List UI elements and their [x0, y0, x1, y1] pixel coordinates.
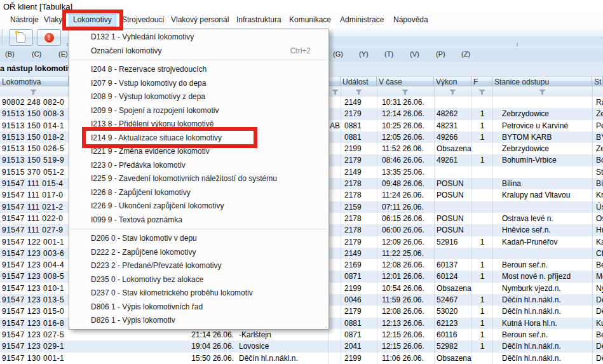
filter-funnel-icon[interactable] [332, 90, 339, 95]
menu-item-i214-9-aktualizace-sit[interactable]: I214 9 - Aktualizace situace lokomotivy [69, 131, 329, 145]
table-row[interactable]: 91547 123 029-119:04 26.06.Lovosice20411… [0, 340, 603, 352]
cell-stanice: Petrovice u Karviné [492, 120, 592, 131]
cell-badge [328, 97, 341, 108]
column-header-v-ase[interactable]: V čase [377, 76, 434, 86]
cell-event: 2178 [341, 189, 377, 201]
menu-item-i099-9-textov-pozn-mk[interactable]: I099 9 - Textová poznámka [69, 213, 329, 227]
cell-vykon: 60137 [434, 259, 471, 271]
cell-right: Ús [592, 201, 603, 213]
column-header-ud-lost[interactable]: Událost [341, 76, 377, 86]
cell-event: 0871 [341, 329, 377, 340]
cell-time: 08:46 26.06. [377, 154, 434, 166]
menu-item-d235-0-lokomotivy-bez[interactable]: D235 0 - Lokomotivy bez alokace [69, 273, 329, 287]
menu-item-d237-0-stav-kilometric[interactable]: D237 0 - Stav kilometrického proběhu lok… [69, 286, 329, 300]
filter-funnel-icon[interactable] [478, 90, 485, 95]
menu-item-i207-9-vstup-lokomotiv[interactable]: I207 9 - Vstup lokomotivy do depa [69, 77, 329, 91]
menubar-item-infrastruktura[interactable]: Infrastruktura [233, 14, 285, 25]
menu-item-i225-9-zaveden-lokomo[interactable]: I225 9 - Zavedení lokomotivních náležito… [69, 172, 329, 186]
menu-item-i213-8-p-id-len-v-kon[interactable]: I213 8 - Přidělení výkonu lokomotivě [69, 118, 329, 131]
table-row[interactable]: 91547 130 001-115:50 26.06.Děčín hl.n.ná… [0, 353, 603, 364]
warning-button[interactable]: ! [37, 29, 61, 46]
menubar-item-komunikace[interactable]: Komunikace [285, 14, 335, 25]
cell-time: 13:35 25.06. [377, 166, 434, 178]
filter-cell-divider [434, 87, 435, 97]
cell-loco: 91513 150 018-2 [0, 131, 69, 143]
cell-badge [328, 306, 341, 317]
menubar-item-lokomotivy[interactable]: Lokomotivy [69, 14, 116, 27]
menubar-item-vlaky[interactable]: Vlaky [40, 14, 66, 25]
filter-cell-divider [492, 87, 493, 97]
menu-item-label: I213 8 - Přidělení výkonu lokomotivě [91, 119, 213, 128]
filter-cell-divider [341, 87, 341, 97]
column-header-st[interactable]: St [592, 76, 603, 86]
cell-stanice: Kralupy nad Vltavou [492, 189, 592, 201]
filter-funnel-icon[interactable] [402, 90, 409, 95]
menu-item-i221-9-zm-na-evidence[interactable]: I221 9 - Změna evidence lokomotiv [69, 145, 329, 159]
menubar-item-n-stroje[interactable]: Nástroje [6, 14, 43, 25]
cell-time: 06:15 26.06. [377, 213, 434, 224]
cell-mid-time: 21:14 26.06. [159, 329, 235, 340]
menu-item-label: D237 0 - Stav kilometrického proběhu lok… [91, 288, 253, 297]
warning-icon: ! [44, 33, 54, 43]
menu-item-i223-0-p-ed-vka-lokomo[interactable]: I223 0 - Předávka lokomotiv [69, 159, 329, 173]
cell-right: Dě [592, 353, 603, 364]
cell-stanice: Zebrzydowice [492, 108, 592, 119]
menu-item-ozna-en-lokomotivy[interactable]: Označení lokomotivyCtrl+2 [69, 44, 329, 58]
cell-loco: 91547 123 008-5 [0, 271, 69, 282]
menu-item-i204-8-rezervace-stroj[interactable]: I204 8 - Rezervace strojvedoucích [69, 63, 329, 77]
cell-loco: 91547 123 004-4 [0, 259, 69, 271]
menu-item-i209-9-spojen-a-rozpo[interactable]: I209 9 - Spojení a rozpojení lokomotiv [69, 104, 329, 118]
cell-badge [328, 201, 341, 213]
menubar-item-strojvedouc[interactable]: Strojvedoucí [118, 14, 168, 25]
filter-funnel-icon[interactable] [355, 90, 362, 95]
cell-badge [328, 178, 341, 189]
lokomotivy-dropdown-menu: D132 1 - Vyhledání lokomotivyOznačení lo… [69, 29, 329, 330]
column-header-lokomotiva[interactable]: Lokomotiva [0, 76, 69, 86]
menu-item-label: I223 0 - Předávka lokomotiv [91, 161, 186, 170]
cell-vykon: POSUN [434, 189, 471, 201]
cell-loco: 91547 122 001-1 [0, 236, 69, 248]
column-header-f[interactable]: F [471, 76, 492, 86]
cell-stanice: Kadaň-Prunéřov [492, 236, 592, 248]
cell-f: 1 [471, 236, 492, 248]
cell-vykon: 53020 [434, 306, 471, 317]
cell-f: 1 [471, 318, 492, 329]
menu-item-d132-1-vyhled-n-lokom[interactable]: D132 1 - Vyhledání lokomotivy [69, 30, 329, 44]
menubar-item-administrace[interactable]: Administrace [336, 14, 388, 25]
filter-funnel-icon[interactable] [539, 90, 546, 95]
menu-item-d223-2-p-edan-p-evzat[interactable]: D223 2 - Předané/Převzaté lokomotivy [69, 259, 329, 273]
cell-loco: 91547 111 015-4 [0, 178, 69, 189]
column-letter: (Z) [461, 50, 470, 58]
menubar-item-n-pov-da[interactable]: Nápověda [390, 14, 432, 25]
menu-item-label: I226 9 - Ukončení zapůjčení lokomotivy [91, 201, 224, 210]
cell-right: Ra [592, 97, 603, 108]
column-header-stanice-odstupu[interactable]: Stanice odstupu [492, 76, 592, 86]
filter-funnel-icon[interactable] [30, 90, 37, 95]
menu-item-i226-8-zap-j-en-lokom[interactable]: I226 8 - Zapůjčení lokomotivy [69, 186, 329, 200]
cell-time: 06:00 26.06. [377, 224, 434, 236]
menu-item-d826-1-v-pis-lokomotiv[interactable]: D826 1 - Výpis lokomotiv [69, 314, 329, 328]
menu-item-d806-1-v-pis-lokomotiv[interactable]: D806 1 - Výpis lokomotivních řad [69, 300, 329, 314]
filter-cell-divider [592, 87, 593, 97]
cell-loco: 91547 130 001-1 [0, 353, 69, 364]
filter-funnel-icon[interactable] [449, 90, 456, 95]
cell-f [471, 283, 492, 294]
menu-item-label: D206 0 - Stav lokomotiv v depu [91, 234, 197, 243]
menu-item-d222-2-zap-j-en-lokom[interactable]: D222 2 - Zapůjčené lokomotivy [69, 246, 329, 260]
panel-title: a nástup lokomotiv [0, 64, 72, 73]
cell-badge: AB [328, 120, 341, 131]
table-row[interactable]: 91547 123 027-521:14 26.06.-Karlštejn087… [0, 329, 603, 340]
new-document-button[interactable]: ✶ [9, 29, 33, 46]
menu-item-i208-9-v-stup-lokomoti[interactable]: I208 9 - Výstup lokomotivy z depa [69, 90, 329, 104]
menu-item-i226-9-ukon-en-zap-j[interactable]: I226 9 - Ukončení zapůjčení lokomotivy [69, 199, 329, 213]
window-title: OŘ klient [Tabulka] [3, 2, 72, 11]
cell-time: 11:59 26.06. [377, 294, 434, 306]
menu-item-d206-0-stav-lokomotiv[interactable]: D206 0 - Stav lokomotiv v depu [69, 232, 329, 246]
menubar-item-vlakov-person-l[interactable]: Vlakový personál [167, 14, 233, 25]
column-header-v-kon[interactable]: Výkon [434, 76, 471, 86]
cell-f [471, 97, 492, 108]
cell-badge [328, 259, 341, 271]
cell-vykon: 49261 [434, 154, 471, 166]
cell-f [471, 189, 492, 201]
cell-loco: 90802 248 082-0 [0, 97, 69, 108]
